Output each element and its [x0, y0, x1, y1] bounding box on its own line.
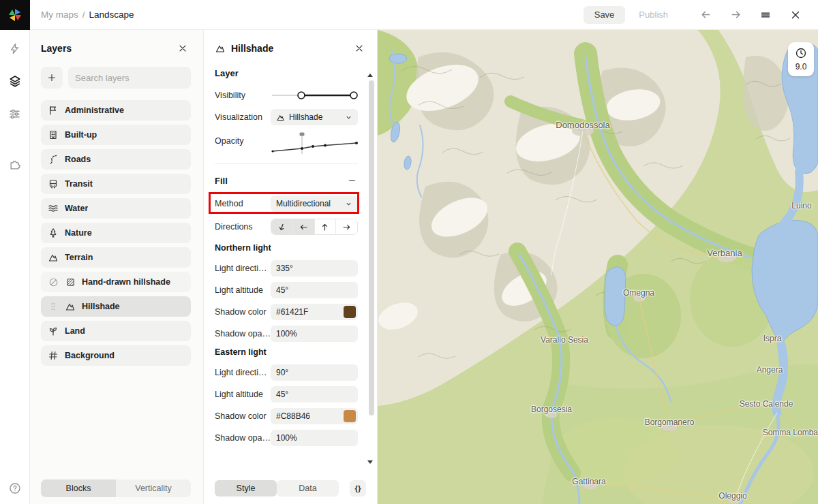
layer-row-roads[interactable]: Roads [41, 149, 191, 170]
save-button[interactable]: Save [584, 6, 626, 24]
breadcrumb-separator: / [82, 10, 85, 20]
setting-value: 100% [276, 433, 297, 443]
east-light-direction-input[interactable]: 90° [271, 364, 358, 381]
layers-close-icon[interactable] [175, 40, 191, 57]
visualization-row: Visualization Hillshade [215, 109, 358, 125]
zoom-indicator[interactable]: 9.0 [788, 42, 814, 76]
color-swatch[interactable] [344, 410, 356, 422]
breadcrumb-section[interactable]: My maps [41, 10, 78, 20]
arrow-icon [276, 221, 288, 233]
filters-sliders-icon[interactable] [6, 105, 24, 123]
layer-row-label: Hand-drawn hillshade [82, 277, 170, 287]
layer-row-hand-drawn-hillshade[interactable]: Hand-drawn hillshade [41, 272, 191, 292]
scrollbar-down-arrow[interactable] [367, 460, 373, 464]
scrollbar-up-arrow[interactable] [367, 74, 373, 77]
visualization-dropdown[interactable]: Hillshade [271, 109, 358, 125]
mountain-icon [215, 43, 226, 54]
opacity-label: Opacity [215, 136, 271, 146]
layer-row-water[interactable]: Water [41, 198, 191, 219]
code-view-button[interactable]: {} [350, 480, 366, 497]
layer-row-label: Administrative [65, 106, 124, 115]
layer-row-transit[interactable]: Transit [41, 174, 191, 194]
east-light-altitude-input[interactable]: 45° [271, 386, 358, 403]
tree-icon [48, 227, 59, 238]
arrow-icon [299, 223, 308, 232]
map-terrain [378, 30, 818, 504]
app-logo[interactable] [0, 0, 30, 30]
method-row: Method Multidirectional [215, 195, 358, 212]
settings-footer: Style Data {} [215, 479, 366, 497]
tab-verticality[interactable]: Verticality [116, 479, 191, 497]
extensions-puzzle-icon[interactable] [6, 155, 24, 173]
layer-row-built-up[interactable]: Built-up [41, 125, 191, 145]
menu-icon[interactable] [755, 5, 776, 25]
scrollbar-thumb[interactable] [369, 80, 374, 415]
setting-label: Shadow opa… [215, 329, 271, 338]
north-light-altitude-input[interactable]: 45° [271, 282, 358, 298]
drag-handle-icon[interactable] [48, 301, 59, 312]
help-icon[interactable] [0, 479, 30, 497]
map-canvas[interactable]: Domodossola Luino Verbania Omegna Ispra … [378, 30, 818, 504]
road-icon [48, 154, 59, 165]
setting-value: 335° [276, 264, 293, 273]
opacity-curve-editor[interactable] [271, 131, 358, 157]
settings-close-icon[interactable] [351, 40, 367, 57]
mountain-icon [276, 113, 285, 122]
layer-row-hillshade[interactable]: Hillshade [41, 296, 191, 317]
plus-icon [47, 73, 57, 82]
arrow-icon [342, 223, 351, 232]
setting-value: 90° [276, 368, 288, 377]
layer-row-background[interactable]: Background [41, 345, 191, 366]
north-shadow-color-row: Shadow color #61421F [215, 304, 358, 320]
layers-rail-icon[interactable] [6, 72, 24, 90]
tab-data[interactable]: Data [277, 480, 339, 497]
east-shadow-color-input[interactable]: #C88B46 [271, 408, 358, 424]
search-layers-input[interactable] [68, 67, 191, 89]
logo-icon [7, 7, 22, 22]
breadcrumb-current[interactable]: Landscape [89, 10, 134, 20]
actions-bolt-icon[interactable] [6, 40, 24, 57]
add-layer-button[interactable] [41, 67, 63, 89]
north-light-direction-row: Light directi… 335° [215, 260, 358, 277]
north-shadow-opacity-input[interactable]: 100% [271, 326, 358, 342]
publish-button[interactable]: Publish [639, 10, 668, 20]
tab-blocks[interactable]: Blocks [41, 479, 116, 497]
mountain-icon [65, 301, 76, 312]
setting-label: Shadow opa… [215, 433, 271, 443]
direction-south-button[interactable] [271, 219, 293, 234]
east-light-altitude-row: Light altitude 45° [215, 386, 358, 403]
layer-row-land[interactable]: Land [41, 321, 191, 341]
layer-row-terrain[interactable]: Terrain [41, 247, 191, 268]
layer-section-heading: Layer [215, 68, 358, 78]
direction-west-button[interactable] [293, 219, 315, 234]
hatch-swatch-icon [65, 277, 76, 287]
layer-row-label: Roads [65, 155, 91, 164]
northern-light-heading: Northern light [215, 243, 358, 253]
collapse-fill-icon[interactable] [346, 174, 358, 187]
visibility-off-icon[interactable] [48, 277, 59, 287]
layer-row-label: Water [65, 204, 88, 213]
north-light-direction-input[interactable]: 335° [271, 260, 358, 277]
setting-value: #C88B46 [276, 411, 310, 421]
undo-arrow-icon[interactable] [695, 5, 716, 25]
direction-east-button[interactable] [336, 219, 357, 234]
color-swatch[interactable] [344, 306, 356, 318]
method-dropdown[interactable]: Multidirectional [271, 195, 358, 212]
direction-north-button[interactable] [315, 219, 337, 234]
close-window-icon[interactable] [785, 5, 806, 25]
layer-row-nature[interactable]: Nature [41, 223, 191, 243]
visibility-range-slider[interactable] [271, 87, 358, 104]
building-icon [48, 129, 59, 140]
method-label: Method [215, 199, 271, 208]
redo-arrow-icon[interactable] [725, 5, 746, 25]
north-shadow-opacity-row: Shadow opa… 100% [215, 326, 358, 342]
tab-style[interactable]: Style [215, 480, 277, 497]
grid-icon [48, 350, 59, 361]
flag-icon [48, 105, 59, 116]
east-shadow-opacity-input[interactable]: 100% [271, 430, 358, 446]
north-shadow-color-input[interactable]: #61421F [271, 304, 358, 320]
setting-label: Light directi… [215, 368, 271, 377]
bus-icon [48, 178, 59, 189]
eastern-light-heading: Eastern light [215, 347, 358, 357]
layer-row-administrative[interactable]: Administrative [41, 100, 191, 121]
